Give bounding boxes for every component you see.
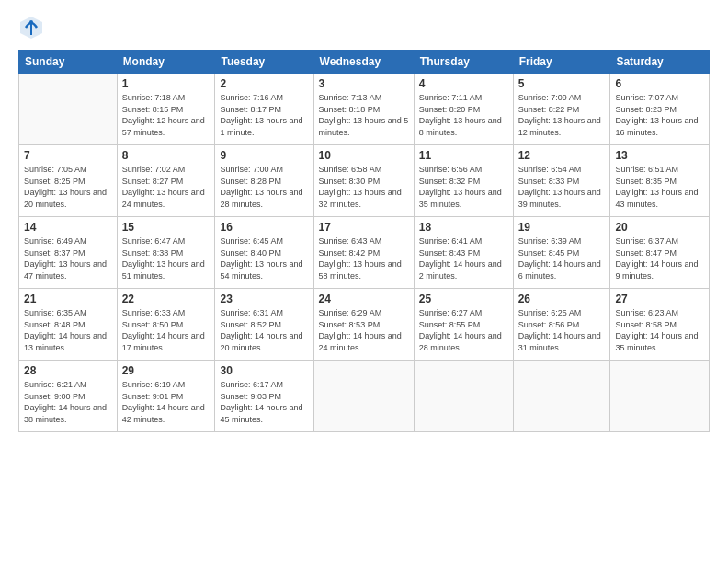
calendar-cell: 12Sunrise: 6:54 AMSunset: 8:33 PMDayligh… [513, 145, 610, 217]
calendar-cell: 8Sunrise: 7:02 AMSunset: 8:27 PMDaylight… [117, 145, 215, 217]
calendar-cell: 2Sunrise: 7:16 AMSunset: 8:17 PMDaylight… [215, 74, 313, 145]
weekday-header-saturday: Saturday [610, 51, 710, 74]
calendar-cell: 5Sunrise: 7:09 AMSunset: 8:22 PMDaylight… [513, 74, 610, 145]
day-info: Sunrise: 6:27 AMSunset: 8:55 PMDaylight:… [419, 307, 508, 353]
calendar-cell [414, 361, 513, 432]
day-number: 16 [220, 221, 308, 234]
day-info: Sunrise: 6:35 AMSunset: 8:48 PMDaylight:… [24, 307, 112, 353]
calendar-cell: 30Sunrise: 6:17 AMSunset: 9:03 PMDayligh… [215, 361, 313, 432]
calendar-cell: 21Sunrise: 6:35 AMSunset: 8:48 PMDayligh… [19, 289, 118, 361]
day-info: Sunrise: 6:39 AMSunset: 8:45 PMDaylight:… [518, 236, 606, 282]
calendar-cell [513, 361, 610, 432]
day-info: Sunrise: 7:11 AMSunset: 8:20 PMDaylight:… [419, 92, 508, 138]
calendar-cell: 13Sunrise: 6:51 AMSunset: 8:35 PMDayligh… [610, 145, 710, 217]
calendar-cell: 27Sunrise: 6:23 AMSunset: 8:58 PMDayligh… [610, 289, 710, 361]
weekday-header-thursday: Thursday [414, 51, 513, 74]
day-number: 5 [518, 77, 606, 90]
day-info: Sunrise: 6:41 AMSunset: 8:43 PMDaylight:… [419, 236, 508, 282]
header [18, 15, 710, 40]
day-number: 20 [615, 221, 704, 234]
day-info: Sunrise: 7:07 AMSunset: 8:23 PMDaylight:… [615, 92, 704, 138]
day-number: 24 [319, 293, 409, 305]
day-info: Sunrise: 6:33 AMSunset: 8:50 PMDaylight:… [122, 307, 210, 353]
day-info: Sunrise: 7:18 AMSunset: 8:15 PMDaylight:… [122, 92, 210, 138]
day-info: Sunrise: 7:05 AMSunset: 8:25 PMDaylight:… [24, 164, 112, 210]
calendar-cell: 28Sunrise: 6:21 AMSunset: 9:00 PMDayligh… [19, 361, 118, 432]
day-number: 18 [419, 221, 508, 234]
day-info: Sunrise: 6:45 AMSunset: 8:40 PMDaylight:… [220, 236, 308, 282]
day-info: Sunrise: 6:37 AMSunset: 8:47 PMDaylight:… [615, 236, 704, 282]
day-number: 13 [615, 149, 704, 162]
day-number: 26 [518, 293, 606, 305]
calendar-cell [19, 74, 118, 145]
day-info: Sunrise: 6:49 AMSunset: 8:37 PMDaylight:… [24, 236, 112, 282]
calendar-cell: 25Sunrise: 6:27 AMSunset: 8:55 PMDayligh… [414, 289, 513, 361]
day-info: Sunrise: 6:23 AMSunset: 8:58 PMDaylight:… [615, 307, 704, 353]
calendar-cell: 11Sunrise: 6:56 AMSunset: 8:32 PMDayligh… [414, 145, 513, 217]
calendar-cell [610, 361, 710, 432]
day-number: 17 [319, 221, 409, 234]
day-number: 14 [24, 221, 112, 234]
calendar-cell: 18Sunrise: 6:41 AMSunset: 8:43 PMDayligh… [414, 217, 513, 289]
week-row-5: 28Sunrise: 6:21 AMSunset: 9:00 PMDayligh… [19, 361, 710, 432]
day-number: 9 [220, 149, 308, 162]
weekday-header-tuesday: Tuesday [215, 51, 313, 74]
day-info: Sunrise: 6:58 AMSunset: 8:30 PMDaylight:… [319, 164, 409, 210]
day-number: 15 [122, 221, 210, 234]
day-number: 28 [24, 364, 112, 377]
day-info: Sunrise: 7:02 AMSunset: 8:27 PMDaylight:… [122, 164, 210, 210]
day-info: Sunrise: 6:43 AMSunset: 8:42 PMDaylight:… [319, 236, 409, 282]
day-info: Sunrise: 6:29 AMSunset: 8:53 PMDaylight:… [319, 307, 409, 353]
calendar-cell: 10Sunrise: 6:58 AMSunset: 8:30 PMDayligh… [313, 145, 414, 217]
day-info: Sunrise: 6:51 AMSunset: 8:35 PMDaylight:… [615, 164, 704, 210]
calendar-cell: 3Sunrise: 7:13 AMSunset: 8:18 PMDaylight… [313, 74, 414, 145]
day-info: Sunrise: 7:09 AMSunset: 8:22 PMDaylight:… [518, 92, 606, 138]
day-number: 19 [518, 221, 606, 234]
calendar-cell: 1Sunrise: 7:18 AMSunset: 8:15 PMDaylight… [117, 74, 215, 145]
day-number: 27 [615, 293, 704, 305]
calendar-cell: 9Sunrise: 7:00 AMSunset: 8:28 PMDaylight… [215, 145, 313, 217]
day-number: 23 [220, 293, 308, 305]
page: SundayMondayTuesdayWednesdayThursdayFrid… [0, 0, 728, 563]
weekday-header-friday: Friday [513, 51, 610, 74]
day-number: 25 [419, 293, 508, 305]
day-number: 21 [24, 293, 112, 305]
weekday-header-row: SundayMondayTuesdayWednesdayThursdayFrid… [19, 51, 710, 74]
day-info: Sunrise: 6:17 AMSunset: 9:03 PMDaylight:… [220, 379, 308, 425]
calendar-cell: 7Sunrise: 7:05 AMSunset: 8:25 PMDaylight… [19, 145, 118, 217]
day-info: Sunrise: 6:25 AMSunset: 8:56 PMDaylight:… [518, 307, 606, 353]
day-info: Sunrise: 7:16 AMSunset: 8:17 PMDaylight:… [220, 92, 308, 138]
logo-icon [18, 15, 44, 40]
calendar-cell: 4Sunrise: 7:11 AMSunset: 8:20 PMDaylight… [414, 74, 513, 145]
day-number: 10 [319, 149, 409, 162]
calendar-cell: 22Sunrise: 6:33 AMSunset: 8:50 PMDayligh… [117, 289, 215, 361]
day-number: 7 [24, 149, 112, 162]
calendar-cell: 15Sunrise: 6:47 AMSunset: 8:38 PMDayligh… [117, 217, 215, 289]
day-number: 6 [615, 77, 704, 90]
calendar-cell: 19Sunrise: 6:39 AMSunset: 8:45 PMDayligh… [513, 217, 610, 289]
calendar-cell: 23Sunrise: 6:31 AMSunset: 8:52 PMDayligh… [215, 289, 313, 361]
day-info: Sunrise: 7:13 AMSunset: 8:18 PMDaylight:… [319, 92, 409, 138]
calendar-cell: 20Sunrise: 6:37 AMSunset: 8:47 PMDayligh… [610, 217, 710, 289]
day-number: 4 [419, 77, 508, 90]
day-info: Sunrise: 7:00 AMSunset: 8:28 PMDaylight:… [220, 164, 308, 210]
day-number: 12 [518, 149, 606, 162]
day-number: 8 [122, 149, 210, 162]
day-info: Sunrise: 6:56 AMSunset: 8:32 PMDaylight:… [419, 164, 508, 210]
logo [18, 15, 48, 40]
calendar-cell: 24Sunrise: 6:29 AMSunset: 8:53 PMDayligh… [313, 289, 414, 361]
calendar-cell: 16Sunrise: 6:45 AMSunset: 8:40 PMDayligh… [215, 217, 313, 289]
day-info: Sunrise: 6:47 AMSunset: 8:38 PMDaylight:… [122, 236, 210, 282]
calendar-cell: 29Sunrise: 6:19 AMSunset: 9:01 PMDayligh… [117, 361, 215, 432]
calendar-table: SundayMondayTuesdayWednesdayThursdayFrid… [18, 50, 710, 432]
day-number: 11 [419, 149, 508, 162]
svg-point-1 [29, 20, 33, 24]
calendar-cell: 14Sunrise: 6:49 AMSunset: 8:37 PMDayligh… [19, 217, 118, 289]
day-number: 2 [220, 77, 308, 90]
day-number: 29 [122, 364, 210, 377]
day-info: Sunrise: 6:21 AMSunset: 9:00 PMDaylight:… [24, 379, 112, 425]
calendar-cell: 6Sunrise: 7:07 AMSunset: 8:23 PMDaylight… [610, 74, 710, 145]
day-number: 22 [122, 293, 210, 305]
calendar-cell: 17Sunrise: 6:43 AMSunset: 8:42 PMDayligh… [313, 217, 414, 289]
day-info: Sunrise: 6:19 AMSunset: 9:01 PMDaylight:… [122, 379, 210, 425]
